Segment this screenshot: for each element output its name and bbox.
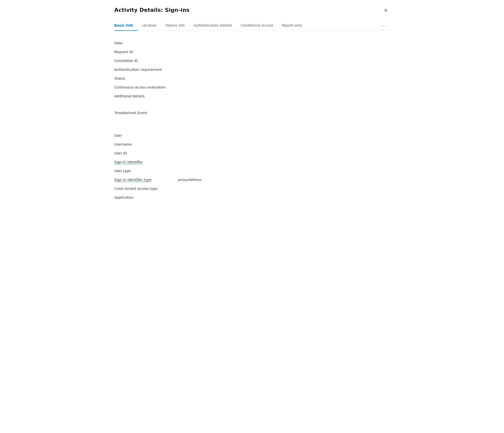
label-user: User <box>114 134 178 137</box>
label-troubleshoot: Troubleshoot Event <box>114 111 178 115</box>
label-date: Date <box>114 41 178 45</box>
field-row-application: Application <box>114 193 390 202</box>
field-row-request-id: Request ID <box>114 47 390 56</box>
activity-details-panel: Activity Details: Sign-ins ✕ Basic info … <box>105 0 400 433</box>
label-user-id: User ID <box>114 151 178 155</box>
tab-report-only[interactable]: Report-only <box>282 21 307 31</box>
field-row-user: User <box>114 131 390 140</box>
label-status: Status <box>114 76 178 80</box>
field-row-date: Date <box>114 39 390 47</box>
value-signin-identifier-type: proxyAddress <box>178 178 390 182</box>
label-signin-identifier: Sign-in identifier <box>114 160 178 164</box>
field-row-user-type: User type <box>114 166 390 175</box>
user-fields-section: User Username User ID Sign-in identifier… <box>114 131 390 202</box>
label-auth-requirement: Authentication requirement <box>114 68 178 72</box>
field-row-cross-tenant: Cross tenant access type <box>114 184 390 193</box>
close-button[interactable]: ✕ <box>382 7 390 14</box>
field-row-additional-details: Additional Details <box>114 92 390 101</box>
tabs-bar: Basic info Location Device info Authenti… <box>114 21 390 31</box>
panel-header: Activity Details: Sign-ins ✕ <box>114 7 390 14</box>
gap-2 <box>114 117 390 125</box>
gap-1 <box>114 101 390 108</box>
tab-basic-info[interactable]: Basic info <box>114 21 138 31</box>
label-additional-details: Additional Details <box>114 94 178 98</box>
label-continuous-access: Continuous access evaluation <box>114 85 178 89</box>
tab-device-info[interactable]: Device info <box>166 21 190 31</box>
tabs-more-button[interactable]: ··· <box>378 21 390 31</box>
label-user-type: User type <box>114 169 178 173</box>
basic-fields-section: Date Request ID Correlation ID Authentic… <box>114 39 390 101</box>
tab-authentication-details[interactable]: Authentication Details <box>194 21 237 31</box>
gap-3 <box>114 125 390 131</box>
field-row-auth-requirement: Authentication requirement <box>114 65 390 74</box>
field-row-signin-identifier-type: Sign-in identifier type proxyAddress <box>114 175 390 184</box>
tab-conditional-access[interactable]: Conditional Access <box>241 21 278 31</box>
field-row-signin-identifier: Sign-in identifier <box>114 158 390 166</box>
label-signin-identifier-type: Sign-in identifier type <box>114 178 178 182</box>
panel-title: Activity Details: Sign-ins <box>114 7 190 13</box>
label-username: Username <box>114 142 178 146</box>
field-row-correlation-id: Correlation ID <box>114 56 390 65</box>
label-request-id: Request ID <box>114 50 178 54</box>
tab-content: Date Request ID Correlation ID Authentic… <box>114 37 390 204</box>
label-cross-tenant: Cross tenant access type <box>114 187 178 191</box>
field-row-status: Status <box>114 74 390 83</box>
field-row-user-id: User ID <box>114 149 390 158</box>
field-row-continuous-access: Continuous access evaluation <box>114 83 390 92</box>
label-application: Application <box>114 195 178 199</box>
label-correlation-id: Correlation ID <box>114 59 178 63</box>
field-row-troubleshoot: Troubleshoot Event <box>114 108 390 117</box>
tab-location[interactable]: Location <box>142 21 161 31</box>
field-row-username: Username <box>114 140 390 149</box>
